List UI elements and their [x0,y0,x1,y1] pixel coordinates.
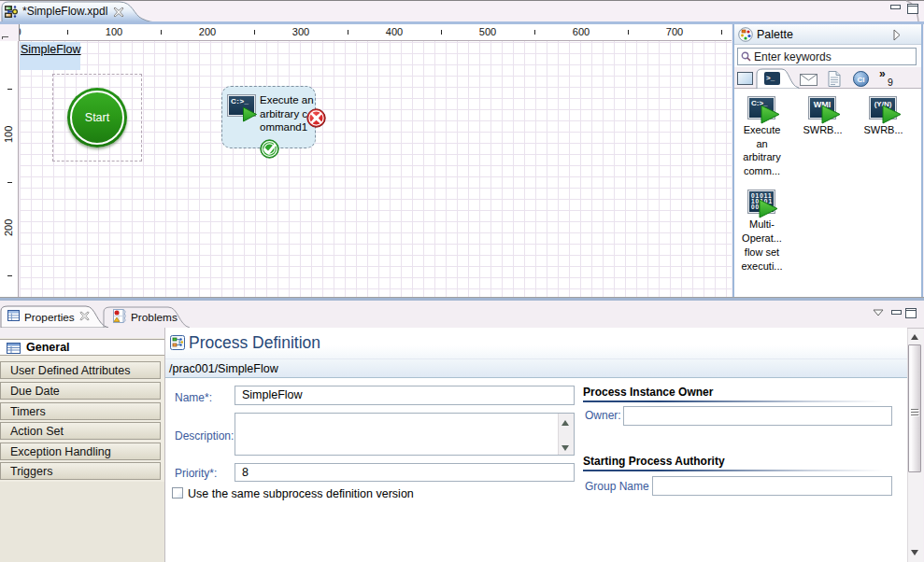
svg-text:CI: CI [858,76,865,84]
